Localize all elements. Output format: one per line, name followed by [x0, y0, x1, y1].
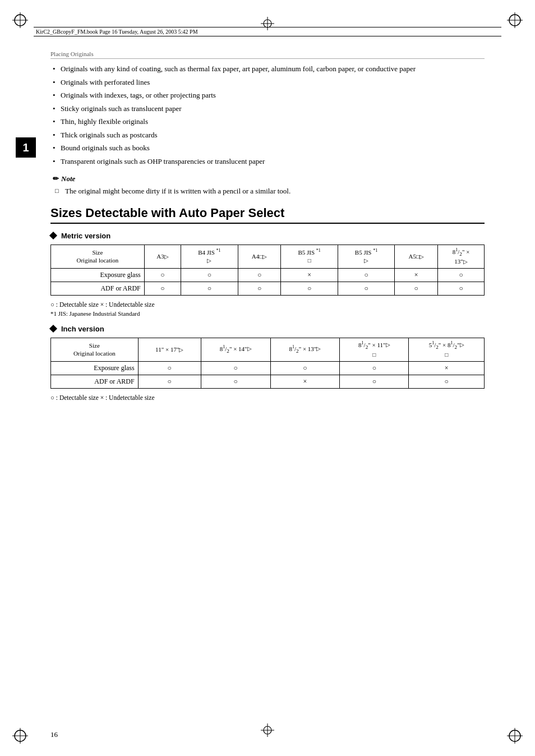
inch-row-label-exposure: Exposure glass: [51, 361, 139, 375]
table-row-exposure-glass-metric: Exposure glass ○ ○ ○ × ○ × ○: [51, 268, 485, 282]
cell-b5l-adf: ○: [281, 282, 338, 295]
inch-cell-558-exp: ×: [409, 361, 485, 375]
inch-cell-813-adf: ×: [270, 375, 340, 388]
cell-b4-exp: ○: [181, 268, 238, 282]
cell-a5-adf: ○: [395, 282, 438, 295]
corner-mark-bl: [10, 726, 30, 746]
diamond-icon-2: [49, 325, 57, 333]
list-item: Originals with perforated lines: [50, 77, 485, 88]
col-a3: A3▷: [144, 245, 181, 268]
col-11x17: 11" × 17"▷: [138, 338, 201, 361]
cell-a5-exp: ×: [395, 268, 438, 282]
cell-b5p-adf: ○: [338, 282, 394, 295]
inch-cell-813-exp: ○: [270, 361, 340, 375]
cell-b5l-exp: ×: [281, 268, 338, 282]
cell-a3-exp: ○: [144, 268, 181, 282]
cell-b4-adf: ○: [181, 282, 238, 295]
header-text: KirC2_GBcopyF_FM.book Page 16 Tuesday, A…: [36, 29, 198, 35]
table-row-adf-metric: ADF or ARDF ○ ○ ○ ○ ○ ○ ○: [51, 282, 485, 295]
col-b4jis: B4 JIS *1▷: [181, 245, 238, 268]
inch-legend: ○ : Detectable size × : Undetectable siz…: [50, 394, 485, 401]
section-label: Placing Originals: [50, 50, 485, 59]
page: KirC2_GBcopyF_FM.book Page 16 Tuesday, A…: [0, 0, 535, 756]
cell-a3-adf: ○: [144, 282, 181, 295]
corner-mark-tr: [505, 10, 525, 30]
col-b5jis-land: B5 JIS *1□: [281, 245, 338, 268]
content-area: 1 Placing Originals Originals with any k…: [50, 50, 485, 717]
note-title: ✏ Note: [53, 174, 485, 183]
row-label-exposure: Exposure glass: [51, 268, 145, 282]
cell-813-adf: ○: [438, 282, 485, 295]
list-item: Bound originals such as books: [50, 142, 485, 154]
chapter-tab: 1: [16, 137, 36, 158]
inch-cell-814-exp: ○: [201, 361, 270, 375]
cell-a4-exp: ○: [238, 268, 281, 282]
list-item: Thin, highly flexible originals: [50, 116, 485, 127]
col-5half8half: 51/2" × 81/2"▷□: [409, 338, 485, 361]
main-section-heading: Sizes Detectable with Auto Paper Select: [50, 206, 485, 224]
cell-a4-adf: ○: [238, 282, 281, 295]
metric-heading: Metric version: [50, 232, 485, 240]
corner-mark-br: [505, 726, 525, 746]
metric-legend: ○ : Detectable size × : Undetectable siz…: [50, 301, 485, 308]
note-box: ✏ Note The original might become dirty i…: [53, 174, 485, 197]
list-item: Thick originals such as postcards: [50, 130, 485, 141]
col-8half11: 81/2" × 11"▷□: [340, 338, 409, 361]
inch-cell-811-exp: ○: [340, 361, 409, 375]
pencil-icon: ✏: [53, 174, 59, 183]
col-a5: A5□▷: [395, 245, 438, 268]
list-item: Originals with indexes, tags, or other p…: [50, 90, 485, 101]
page-number: 16: [50, 730, 58, 739]
col-a4: A4□▷: [238, 245, 281, 268]
inch-heading: Inch version: [50, 325, 485, 333]
list-item: Sticky originals such as translucent pap…: [50, 103, 485, 114]
list-item: Originals with any kind of coating, such…: [50, 63, 485, 75]
corner-mark-tl: [10, 10, 30, 30]
inch-cell-814-adf: ○: [201, 375, 270, 388]
inch-cell-558-adf: ○: [409, 375, 485, 388]
note-item: The original might become dirty if it is…: [53, 186, 485, 197]
metric-footnote: *1 JIS: Japanese Industrial Standard: [50, 310, 485, 317]
bullet-list: Originals with any kind of coating, such…: [50, 63, 485, 167]
col-8half-13: 81/2" ×13"▷: [438, 245, 485, 268]
header-bar: KirC2_GBcopyF_FM.book Page 16 Tuesday, A…: [34, 27, 501, 36]
col-b5jis-port: B5 JIS *1▷: [338, 245, 394, 268]
table-size-label: SizeOriginal location: [51, 245, 145, 268]
cell-b5p-exp: ○: [338, 268, 394, 282]
list-item: Transparent originals such as OHP transp…: [50, 156, 485, 167]
inch-table: SizeOriginal location 11" × 17"▷ 81/2" ×…: [50, 338, 485, 389]
table-row-exposure-glass-inch: Exposure glass ○ ○ ○ ○ ×: [51, 361, 485, 375]
metric-table: SizeOriginal location A3▷ B4 JIS *1▷ A4□…: [50, 245, 485, 296]
row-label-adf: ADF or ARDF: [51, 282, 145, 295]
inch-cell-11x17-exp: ○: [138, 361, 201, 375]
cell-813-exp: ○: [438, 268, 485, 282]
inch-table-size-label: SizeOriginal location: [51, 338, 139, 361]
inch-row-label-adf: ADF or ARDF: [51, 375, 139, 388]
col-8half13: 81/2" × 13"▷: [270, 338, 340, 361]
inch-cell-11x17-adf: ○: [138, 375, 201, 388]
col-8half14: 81/2" × 14"▷: [201, 338, 270, 361]
table-row-adf-inch: ADF or ARDF ○ ○ × ○ ○: [51, 375, 485, 388]
inch-cell-811-adf: ○: [340, 375, 409, 388]
diamond-icon: [49, 232, 57, 239]
crosshair-bottom: [261, 723, 274, 739]
